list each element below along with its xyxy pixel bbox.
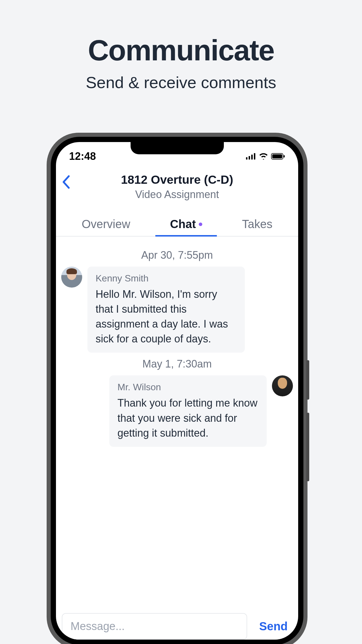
- status-time: 12:48: [69, 150, 96, 162]
- page-title: 1812 Overture (C-D): [56, 173, 298, 187]
- svg-rect-0: [246, 157, 247, 160]
- send-button[interactable]: Send: [254, 617, 292, 636]
- message-input[interactable]: [62, 613, 247, 640]
- input-bar: Send: [56, 610, 298, 640]
- chat-timestamp: May 1, 7:30am: [61, 358, 293, 370]
- avatar[interactable]: [61, 267, 82, 288]
- tab-takes[interactable]: Takes: [233, 212, 281, 236]
- message-sender: Kenny Smith: [96, 273, 237, 284]
- promo-title: Communicate: [0, 34, 362, 67]
- svg-rect-2: [251, 155, 253, 160]
- chat-area[interactable]: Apr 30, 7:55pm Kenny Smith Hello Mr. Wil…: [56, 237, 298, 610]
- page-subtitle: Video Assignment: [56, 188, 298, 201]
- message-text: Thank you for letting me know that you w…: [117, 396, 259, 440]
- phone-notch: [131, 142, 224, 154]
- svg-rect-3: [254, 153, 255, 160]
- tab-label: Chat: [170, 218, 196, 231]
- tab-overview[interactable]: Overview: [73, 212, 139, 236]
- phone-frame: 12:48 1812 Overture (C-D) Video Assignme…: [47, 133, 307, 644]
- svg-rect-6: [284, 155, 285, 158]
- phone-side-button: [306, 360, 309, 400]
- phone-side-button: [306, 413, 309, 481]
- avatar[interactable]: [272, 375, 293, 396]
- notification-dot-icon: [199, 223, 202, 226]
- back-icon[interactable]: [62, 175, 70, 189]
- message-row: Kenny Smith Hello Mr. Wilson, I'm sorry …: [61, 267, 293, 353]
- message-text: Hello Mr. Wilson, I'm sorry that I submi…: [96, 287, 237, 346]
- cellular-icon: [246, 153, 256, 160]
- tab-label: Takes: [242, 218, 273, 231]
- chat-timestamp: Apr 30, 7:55pm: [61, 249, 293, 261]
- tab-chat[interactable]: Chat: [161, 212, 211, 236]
- tab-bar: Overview Chat Takes: [56, 212, 298, 237]
- message-bubble: Mr. Wilson Thank you for letting me know…: [109, 375, 267, 447]
- nav-header: 1812 Overture (C-D) Video Assignment: [56, 165, 298, 204]
- message-sender: Mr. Wilson: [117, 382, 259, 393]
- tab-label: Overview: [82, 218, 130, 231]
- battery-icon: [271, 153, 285, 160]
- message-bubble: Kenny Smith Hello Mr. Wilson, I'm sorry …: [87, 267, 245, 353]
- message-row: Mr. Wilson Thank you for letting me know…: [61, 375, 293, 447]
- svg-rect-5: [272, 154, 282, 158]
- status-icons: [246, 153, 285, 160]
- wifi-icon: [259, 153, 268, 160]
- promo-subtitle: Send & receive comments: [0, 73, 362, 92]
- svg-rect-1: [249, 156, 250, 160]
- promo-header: Communicate Send & receive comments: [0, 0, 362, 92]
